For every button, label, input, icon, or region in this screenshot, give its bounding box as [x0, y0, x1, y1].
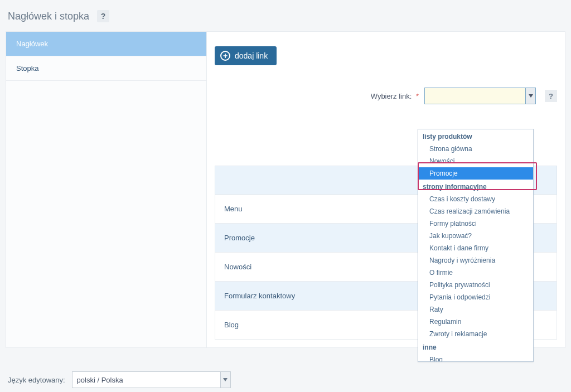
select-link-label: Wybierz link: *	[371, 92, 419, 100]
dropdown-scroll[interactable]: listy produktów Strona główna Nowości Pr…	[418, 129, 533, 361]
select-link-row: Wybierz link: * ?	[215, 88, 557, 104]
list-row-label: Nowości	[224, 263, 251, 271]
page-header: Nagłówek i stopka ?	[0, 0, 571, 31]
dropdown-item[interactable]: Nagrody i wyróżnienia	[418, 254, 533, 267]
add-link-label: dodaj link	[235, 51, 268, 60]
dropdown-item[interactable]: Strona główna	[418, 143, 533, 155]
dropdown-item[interactable]: Kontakt i dane firmy	[418, 242, 533, 254]
dropdown-item[interactable]: Blog	[418, 354, 533, 361]
chevron-down-icon[interactable]	[525, 88, 535, 104]
sidebar-item-header[interactable]: Nagłówek	[6, 32, 206, 56]
dropdown-group-label: listy produktów	[418, 129, 533, 143]
main-panel: + dodaj link Wybierz link: * ? listy pro…	[207, 32, 565, 347]
dropdown-item[interactable]: Jak kupować?	[418, 230, 533, 242]
dropdown-item[interactable]: Promocje	[418, 167, 533, 180]
language-select[interactable]: polski / Polska	[72, 371, 231, 388]
dropdown-item[interactable]: O firmie	[418, 267, 533, 279]
dropdown-item[interactable]: Pytania i odpowiedzi	[418, 291, 533, 303]
dropdown-item[interactable]: Zwroty i reklamacje	[418, 328, 533, 340]
dropdown-group-label: inne	[418, 340, 533, 354]
page-title: Nagłówek i stopka	[8, 11, 89, 22]
language-label: Język edytowany:	[8, 376, 65, 384]
list-row-label: Blog	[224, 321, 239, 329]
sidebar-item-footer[interactable]: Stopka	[6, 56, 206, 81]
dropdown-item[interactable]: Czas i koszty dostawy	[418, 193, 533, 205]
help-icon[interactable]: ?	[97, 10, 109, 22]
dropdown-item[interactable]: Regulamin	[418, 316, 533, 328]
sidebar: Nagłówek Stopka	[6, 32, 207, 347]
dropdown-item[interactable]: Polityka prywatności	[418, 279, 533, 291]
language-value: polski / Polska	[77, 376, 123, 384]
sidebar-item-label: Nagłówek	[16, 40, 48, 48]
list-row-label: Menu	[224, 205, 243, 213]
add-link-button[interactable]: + dodaj link	[215, 46, 277, 65]
required-mark: *	[416, 92, 419, 100]
help-icon[interactable]: ?	[545, 90, 557, 102]
sidebar-item-label: Stopka	[16, 64, 38, 72]
list-row-label: Formularz kontaktowy	[224, 292, 295, 300]
select-link-input[interactable]	[424, 88, 536, 104]
dropdown-item[interactable]: Nowości	[418, 155, 533, 167]
list-row-label: Promocje	[224, 234, 255, 242]
dropdown-item[interactable]: Formy płatności	[418, 217, 533, 230]
chevron-down-icon	[220, 372, 230, 388]
dropdown-item[interactable]: Czas realizacji zamówienia	[418, 205, 533, 217]
content: Nagłówek Stopka + dodaj link Wybierz lin…	[6, 31, 565, 348]
select-link-dropdown: listy produktów Strona główna Nowości Pr…	[418, 129, 534, 362]
dropdown-item[interactable]: Raty	[418, 303, 533, 316]
plus-circle-icon: +	[220, 51, 230, 61]
dropdown-group-label: strony informacyjne	[418, 180, 533, 193]
